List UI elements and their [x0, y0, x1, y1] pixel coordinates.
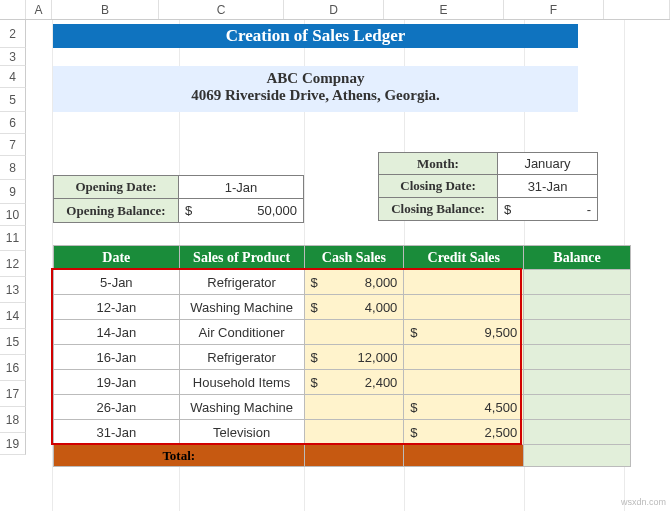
opening-date-value[interactable]: 1-Jan — [179, 175, 304, 199]
cell-cash[interactable]: $4,000 — [304, 295, 404, 320]
cell-date[interactable]: 5-Jan — [54, 270, 180, 295]
col-D[interactable]: D — [284, 0, 384, 19]
month-label: Month: — [378, 152, 498, 175]
cell-credit[interactable] — [404, 345, 524, 370]
row-17[interactable]: 17 — [0, 381, 26, 407]
col-product: Sales of Product — [179, 246, 304, 270]
cell-date[interactable]: 14-Jan — [54, 320, 180, 345]
total-row: Total: — [54, 445, 631, 467]
cell-date[interactable]: 12-Jan — [54, 295, 180, 320]
row-3[interactable]: 3 — [0, 48, 26, 66]
row-10[interactable]: 10 — [0, 204, 26, 226]
page-title: Creation of Sales Ledger — [53, 24, 578, 48]
cell-product[interactable]: Refrigerator — [179, 345, 304, 370]
row-6[interactable]: 6 — [0, 112, 26, 134]
row-13[interactable]: 13 — [0, 277, 26, 303]
row-2[interactable]: 2 — [0, 20, 26, 48]
cell-cash[interactable] — [304, 395, 404, 420]
row-19[interactable]: 19 — [0, 433, 26, 455]
cell-credit[interactable] — [404, 370, 524, 395]
cell-cash[interactable]: $8,000 — [304, 270, 404, 295]
row-12[interactable]: 12 — [0, 251, 26, 277]
row-14[interactable]: 14 — [0, 303, 26, 329]
cell-date[interactable]: 16-Jan — [54, 345, 180, 370]
cell-balance[interactable] — [524, 270, 631, 295]
cell-balance[interactable] — [524, 370, 631, 395]
company-box: ABC Compnay 4069 Riverside Drive, Athens… — [53, 66, 578, 112]
table-row: 16-JanRefrigerator$12,000 — [54, 345, 631, 370]
column-headers: A B C D E F — [0, 0, 670, 20]
closing-table: Month: January Closing Date: 31-Jan Clos… — [378, 152, 598, 221]
cell-date[interactable]: 19-Jan — [54, 370, 180, 395]
opening-balance-label: Opening Balance: — [53, 199, 179, 223]
table-row: 5-JanRefrigerator$8,000 — [54, 270, 631, 295]
month-value[interactable]: January — [498, 152, 598, 175]
cell-balance[interactable] — [524, 320, 631, 345]
watermark: wsxdn.com — [621, 497, 666, 507]
col-cash: Cash Sales — [304, 246, 404, 270]
cell-cash[interactable] — [304, 320, 404, 345]
col-date: Date — [54, 246, 180, 270]
company-address: 4069 Riverside Drive, Athens, Georgia. — [53, 87, 578, 104]
cell-product[interactable]: Refrigerator — [179, 270, 304, 295]
table-row: 12-JanWashing Machine$4,000 — [54, 295, 631, 320]
row-11[interactable]: 11 — [0, 226, 26, 251]
cell-credit[interactable] — [404, 295, 524, 320]
ledger-header-row: Date Sales of Product Cash Sales Credit … — [54, 246, 631, 270]
total-credit[interactable] — [404, 445, 524, 467]
col-B[interactable]: B — [52, 0, 159, 19]
col-credit: Credit Sales — [404, 246, 524, 270]
cell-cash[interactable] — [304, 420, 404, 445]
cell-balance[interactable] — [524, 345, 631, 370]
closing-date-label: Closing Date: — [378, 175, 498, 198]
cell-date[interactable]: 26-Jan — [54, 395, 180, 420]
row-8[interactable]: 8 — [0, 156, 26, 180]
closing-balance-value[interactable]: $ - — [498, 198, 598, 221]
col-balance: Balance — [524, 246, 631, 270]
cell-balance[interactable] — [524, 295, 631, 320]
total-label: Total: — [54, 445, 305, 467]
row-15[interactable]: 15 — [0, 329, 26, 355]
cell-product[interactable]: Washing Machine — [179, 295, 304, 320]
row-4[interactable]: 4 — [0, 66, 26, 88]
table-row: 26-JanWashing Machine$4,500 — [54, 395, 631, 420]
cell-balance[interactable] — [524, 395, 631, 420]
opening-date-label: Opening Date: — [53, 175, 179, 199]
row-18[interactable]: 18 — [0, 407, 26, 433]
row-7[interactable]: 7 — [0, 134, 26, 156]
cell-product[interactable]: Household Items — [179, 370, 304, 395]
company-name: ABC Compnay — [53, 70, 578, 87]
cell-product[interactable]: Television — [179, 420, 304, 445]
cell-date[interactable]: 31-Jan — [54, 420, 180, 445]
total-cash[interactable] — [304, 445, 404, 467]
cell-product[interactable]: Washing Machine — [179, 395, 304, 420]
row-16[interactable]: 16 — [0, 355, 26, 381]
cell-balance[interactable] — [524, 420, 631, 445]
cell-cash[interactable]: $12,000 — [304, 345, 404, 370]
col-F[interactable]: F — [504, 0, 604, 19]
cell-credit[interactable]: $4,500 — [404, 395, 524, 420]
col-E[interactable]: E — [384, 0, 504, 19]
row-5[interactable]: 5 — [0, 88, 26, 112]
total-balance[interactable] — [524, 445, 631, 467]
cell-product[interactable]: Air Conditioner — [179, 320, 304, 345]
closing-date-value[interactable]: 31-Jan — [498, 175, 598, 198]
ledger-table: Date Sales of Product Cash Sales Credit … — [53, 245, 631, 467]
table-row: 31-JanTelevision$2,500 — [54, 420, 631, 445]
col-A[interactable]: A — [26, 0, 52, 19]
table-row: 19-JanHousehold Items$2,400 — [54, 370, 631, 395]
cell-credit[interactable] — [404, 270, 524, 295]
opening-balance-value[interactable]: $ 50,000 — [179, 199, 304, 223]
cell-credit[interactable]: $9,500 — [404, 320, 524, 345]
cell-cash[interactable]: $2,400 — [304, 370, 404, 395]
cell-credit[interactable]: $2,500 — [404, 420, 524, 445]
closing-balance-label: Closing Balance: — [378, 198, 498, 221]
table-row: 14-JanAir Conditioner$9,500 — [54, 320, 631, 345]
opening-table: Opening Date: 1-Jan Opening Balance: $ 5… — [53, 175, 304, 223]
col-C[interactable]: C — [159, 0, 284, 19]
row-9[interactable]: 9 — [0, 180, 26, 204]
row-headers: 2345678910111213141516171819 — [0, 20, 26, 455]
